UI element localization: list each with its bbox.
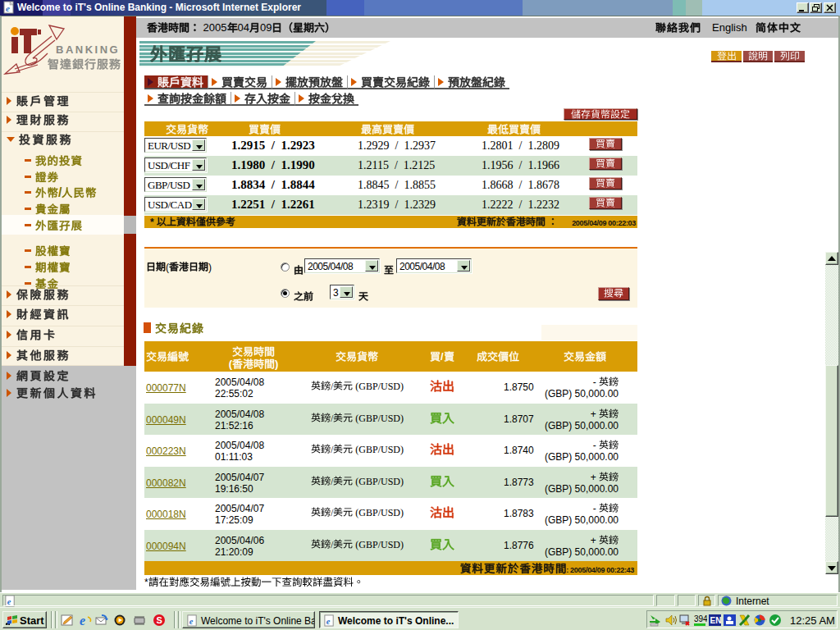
svg-text:S: S: [157, 615, 162, 625]
svg-text:e: e: [80, 614, 85, 628]
svg-text:EN: EN: [710, 616, 722, 625]
svg-text:e: e: [6, 3, 10, 13]
svg-text:e: e: [189, 617, 194, 626]
svg-text:394: 394: [694, 614, 707, 623]
svg-text:e: e: [326, 617, 331, 626]
